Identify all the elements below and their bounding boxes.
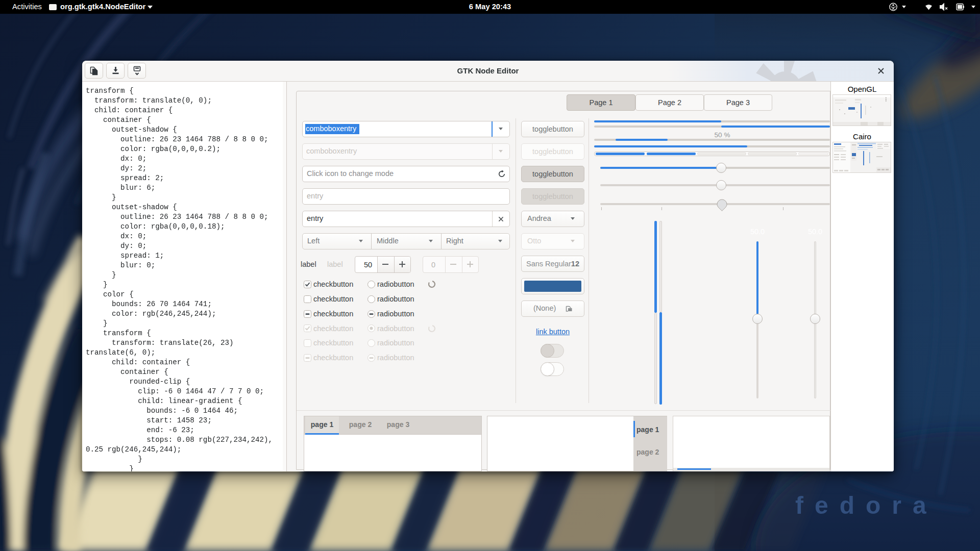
svg-text:fedora: fedora — [795, 492, 938, 519]
